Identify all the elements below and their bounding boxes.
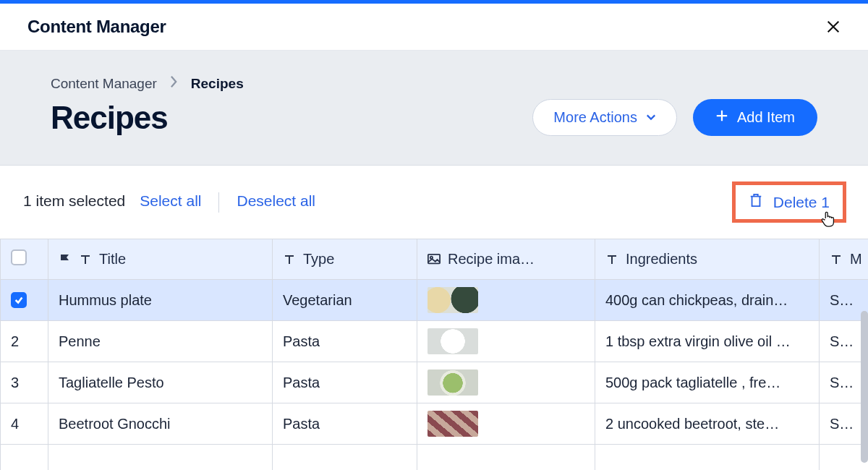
more-actions-button[interactable]: More Actions	[532, 99, 677, 136]
add-item-button[interactable]: Add Item	[693, 99, 817, 136]
column-ingredients[interactable]: Ingredients	[595, 239, 820, 280]
cell-ingredients: 500g pack tagliatelle , fre…	[595, 362, 820, 403]
row-number: 2	[1, 321, 48, 362]
column-type[interactable]: Type	[273, 239, 417, 280]
modal-header: Content Manager	[0, 4, 868, 51]
image-icon	[427, 253, 441, 266]
cell-type: Pasta	[273, 403, 417, 445]
cell-image	[417, 280, 595, 321]
chevron-right-icon	[170, 75, 178, 92]
cell-title: Tagliatelle Pesto	[48, 362, 273, 403]
column-type-label: Type	[303, 251, 334, 268]
row-number	[1, 445, 48, 471]
table-row[interactable]: 4 Beetroot Gnocchi Pasta 2 uncooked beet…	[1, 403, 869, 445]
recipe-thumbnail	[427, 287, 478, 313]
text-type-icon	[283, 253, 296, 266]
vertical-scrollbar[interactable]	[861, 311, 868, 463]
cell-type: Vegetarian	[273, 280, 417, 321]
text-type-icon	[830, 253, 843, 266]
recipe-thumbnail	[427, 411, 478, 437]
table-row[interactable]	[1, 445, 869, 471]
cell-title: Beetroot Gnocchi	[48, 403, 273, 445]
modal-title: Content Manager	[27, 17, 166, 37]
close-button[interactable]	[823, 17, 843, 37]
page-title: Recipes	[51, 100, 168, 136]
cell-title	[48, 445, 273, 471]
table-row[interactable]: Hummus plate Vegetarian 400g can chickpe…	[1, 280, 869, 321]
text-type-icon	[605, 253, 618, 266]
cell-ingredients: 400g can chickpeas, drain…	[595, 280, 820, 321]
column-end[interactable]: M	[820, 239, 869, 280]
recipe-thumbnail	[427, 328, 478, 354]
add-item-label: Add Item	[737, 109, 795, 126]
chevron-down-icon	[646, 109, 656, 126]
cell-type	[273, 445, 417, 471]
table-header-row: Title Type Recipe ima… Ingredients	[1, 239, 869, 280]
cell-title: Hummus plate	[48, 280, 273, 321]
row-number: 4	[1, 403, 48, 445]
breadcrumb-root[interactable]: Content Manager	[51, 76, 157, 92]
page-header-area: Content Manager Recipes Recipes More Act…	[0, 51, 868, 166]
page-actions: More Actions Add Item	[532, 99, 817, 136]
delete-selected-button[interactable]: Delete 1	[732, 181, 846, 223]
content-table: Title Type Recipe ima… Ingredients	[0, 239, 868, 470]
column-image[interactable]: Recipe ima…	[417, 239, 595, 280]
column-title[interactable]: Title	[48, 239, 273, 280]
cell-ingredients: 2 uncooked beetroot, ste…	[595, 403, 820, 445]
svg-rect-0	[428, 254, 440, 263]
cell-image	[417, 403, 595, 445]
separator	[218, 192, 219, 213]
cell-ingredients: 1 tbsp extra virgin olive oil …	[595, 321, 820, 362]
cell-type: Pasta	[273, 321, 417, 362]
checkbox-icon	[11, 249, 27, 265]
text-type-icon	[79, 253, 92, 266]
more-actions-label: More Actions	[553, 109, 637, 126]
close-icon	[825, 19, 841, 35]
cell-image	[417, 321, 595, 362]
cell-image	[417, 362, 595, 403]
cell-title: Penne	[48, 321, 273, 362]
header-checkbox-cell[interactable]	[1, 239, 48, 280]
cell-image	[417, 445, 595, 471]
column-ingredients-label: Ingredients	[626, 251, 697, 268]
trash-icon	[749, 192, 763, 212]
deselect-all-link[interactable]: Deselect all	[237, 192, 315, 210]
selection-toolbar: 1 item selected Select all Deselect all …	[0, 166, 868, 239]
flag-icon	[59, 253, 72, 266]
row-checkbox-cell[interactable]	[1, 280, 48, 321]
plus-icon	[715, 109, 728, 126]
selection-count: 1 item selected	[23, 192, 125, 210]
table-row[interactable]: 3 Tagliatelle Pesto Pasta 500g pack tagl…	[1, 362, 869, 403]
checkbox-checked-icon	[11, 292, 27, 308]
delete-label: Delete 1	[773, 194, 830, 211]
cell-type: Pasta	[273, 362, 417, 403]
column-image-label: Recipe ima…	[448, 251, 535, 268]
cursor-hand-icon	[820, 210, 835, 228]
recipe-thumbnail	[427, 369, 478, 396]
row-number: 3	[1, 362, 48, 403]
select-all-link[interactable]: Select all	[140, 192, 201, 210]
column-end-label: M	[850, 251, 862, 268]
breadcrumb: Content Manager Recipes	[51, 75, 817, 92]
breadcrumb-current: Recipes	[191, 76, 244, 92]
table-row[interactable]: 2 Penne Pasta 1 tbsp extra virgin olive …	[1, 321, 869, 362]
column-title-label: Title	[99, 251, 126, 268]
cell-ingredients	[595, 445, 820, 471]
